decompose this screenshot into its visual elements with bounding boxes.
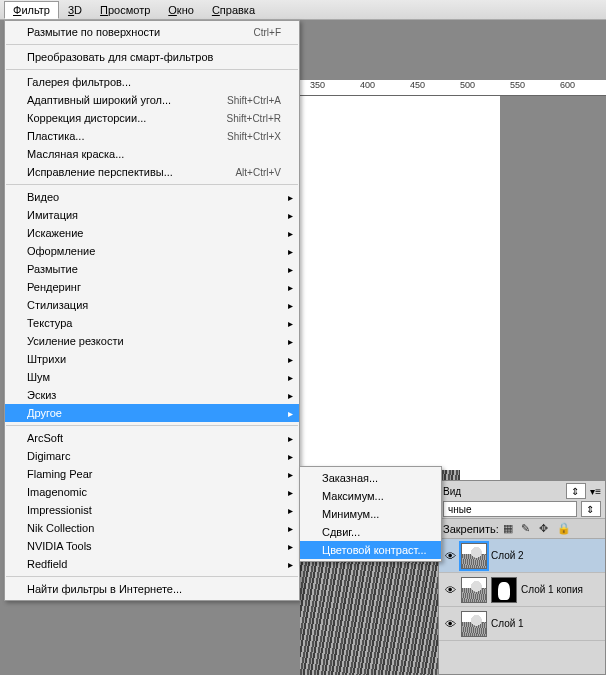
menubar-item-фильтр[interactable]: Фильтр [4,1,59,19]
menubar-item-справка[interactable]: Справка [203,1,264,19]
ruler-tick: 350 [310,80,325,90]
menu-item[interactable]: Имитация [5,206,299,224]
menubar: Фильтр3DПросмотрОкноСправка [0,0,606,20]
ruler-horizontal: 350400450500550600 [300,80,606,96]
submenu-item[interactable]: Максимум... [300,487,441,505]
menu-item-label: Imagenomic [27,486,281,498]
lock-row: Закрепить: ▦ ✎ ✥ 🔒 [439,519,605,539]
menu-item-label: Размытие [27,263,281,275]
submenu-item[interactable]: Цветовой контраст... [300,541,441,559]
menu-item-label: Эскиз [27,389,281,401]
layers-panel-header: Вид ⇕ ▾≡ чные ⇕ [439,481,605,519]
mode-label: Вид [443,486,562,497]
menubar-item-просмотр[interactable]: Просмотр [91,1,159,19]
layer-thumbnail[interactable] [461,577,487,603]
menu-item-label: Найти фильтры в Интернете... [27,583,281,595]
menu-item[interactable]: Масляная краска... [5,145,299,163]
menu-item[interactable]: Imagenomic [5,483,299,501]
layer-name: Слой 2 [491,550,524,561]
menu-item[interactable]: Digimarc [5,447,299,465]
menu-item[interactable]: Размытие по поверхностиCtrl+F [5,23,299,41]
menu-item-label: Усиление резкости [27,335,281,347]
menu-item[interactable]: Пластика...Shift+Ctrl+X [5,127,299,145]
menu-item[interactable]: Impressionist [5,501,299,519]
menu-item[interactable]: Искажение [5,224,299,242]
layer-row[interactable]: 👁Слой 1 копия [439,573,605,607]
ruler-tick: 400 [360,80,375,90]
menu-item-label: Галерея фильтров... [27,76,281,88]
menu-item[interactable]: Коррекция дисторсии...Shift+Ctrl+R [5,109,299,127]
layer-visibility-icon[interactable]: 👁 [443,550,457,562]
layer-thumbnail[interactable] [461,543,487,569]
layer-mask-thumbnail[interactable] [491,577,517,603]
menu-item-label: Другое [27,407,281,419]
menu-item-label: Рендеринг [27,281,281,293]
submenu-item[interactable]: Заказная... [300,469,441,487]
ruler-tick: 600 [560,80,575,90]
menu-separator [6,425,298,426]
menu-item[interactable]: Оформление [5,242,299,260]
menu-item-label: Оформление [27,245,281,257]
menu-item-shortcut: Shift+Ctrl+X [227,131,281,142]
lock-move-icon[interactable]: ✥ [539,522,553,536]
menu-item-shortcut: Ctrl+F [254,27,282,38]
menu-item-label: Размытие по поверхности [27,26,254,38]
layer-row[interactable]: 👁Слой 1 [439,607,605,641]
menu-item-label: Исправление перспективы... [27,166,235,178]
panel-menu-icon[interactable]: ▾≡ [590,486,601,497]
menu-separator [6,69,298,70]
menu-item-label: Текстура [27,317,281,329]
menu-item[interactable]: Адаптивный широкий угол...Shift+Ctrl+A [5,91,299,109]
menu-item-shortcut: Shift+Ctrl+R [227,113,281,124]
menu-item[interactable]: Шум [5,368,299,386]
menubar-item-окно[interactable]: Окно [159,1,203,19]
lock-label: Закрепить: [443,523,499,535]
menu-item[interactable]: Размытие [5,260,299,278]
menu-item[interactable]: Эскиз [5,386,299,404]
ruler-tick: 450 [410,80,425,90]
menu-item[interactable]: Штрихи [5,350,299,368]
menu-separator [6,576,298,577]
menu-item[interactable]: Стилизация [5,296,299,314]
menu-item[interactable]: Усиление резкости [5,332,299,350]
menu-item[interactable]: Видео [5,188,299,206]
menu-item[interactable]: Преобразовать для смарт-фильтров [5,48,299,66]
menu-item[interactable]: Исправление перспективы...Alt+Ctrl+V [5,163,299,181]
menu-item[interactable]: Найти фильтры в Интернете... [5,580,299,598]
menu-item[interactable]: Галерея фильтров... [5,73,299,91]
menu-item[interactable]: NVIDIA Tools [5,537,299,555]
menu-separator [6,184,298,185]
menu-item[interactable]: ArcSoft [5,429,299,447]
menu-item[interactable]: Flaming Pear [5,465,299,483]
menu-item-label: Nik Collection [27,522,281,534]
layer-visibility-icon[interactable]: 👁 [443,618,457,630]
layers-list: 👁Слой 2👁Слой 1 копия👁Слой 1 [439,539,605,674]
menu-item[interactable]: Текстура [5,314,299,332]
menu-item[interactable]: Рендеринг [5,278,299,296]
mode-dropdown[interactable]: ⇕ [566,483,586,499]
menu-item[interactable]: Другое [5,404,299,422]
menu-item-label: Impressionist [27,504,281,516]
menu-item-label: Имитация [27,209,281,221]
menu-item[interactable]: Redfield [5,555,299,573]
lock-transparency-icon[interactable]: ▦ [503,522,517,536]
menubar-item-3d[interactable]: 3D [59,1,91,19]
filter-other-submenu: Заказная...Максимум...Минимум...Сдвиг...… [299,466,442,562]
menu-item-label: Видео [27,191,281,203]
lock-all-icon[interactable]: 🔒 [557,522,571,536]
layer-name: Слой 1 копия [521,584,583,595]
menu-item-shortcut: Shift+Ctrl+A [227,95,281,106]
submenu-item-label: Сдвиг... [322,526,429,538]
menu-item-label: Масляная краска... [27,148,281,160]
layer-visibility-icon[interactable]: 👁 [443,584,457,596]
menu-item[interactable]: Nik Collection [5,519,299,537]
menu-item-label: Стилизация [27,299,281,311]
submenu-item-label: Цветовой контраст... [322,544,429,556]
layer-thumbnail[interactable] [461,611,487,637]
submenu-item[interactable]: Сдвиг... [300,523,441,541]
layer-row[interactable]: 👁Слой 2 [439,539,605,573]
submenu-item[interactable]: Минимум... [300,505,441,523]
blend-mode-select[interactable]: чные [443,501,577,517]
opacity-dropdown[interactable]: ⇕ [581,501,601,517]
lock-paint-icon[interactable]: ✎ [521,522,535,536]
